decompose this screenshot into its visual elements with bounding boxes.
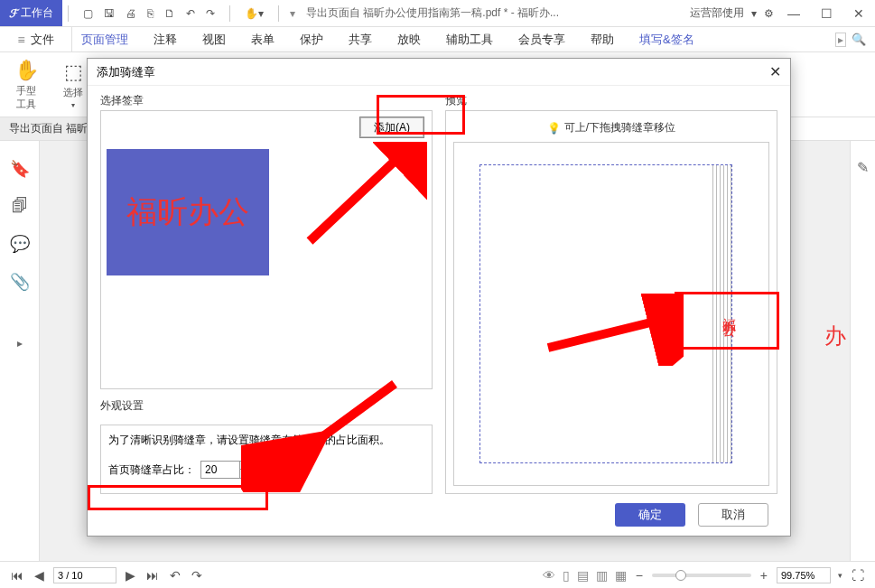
open-icon[interactable]: ▢	[83, 7, 93, 20]
cancel-button[interactable]: 取消	[698, 503, 768, 527]
dialog-right: 预览 💡 可上/下拖拽骑缝章移位 福昕办公	[445, 91, 777, 494]
preview-hint-text: 可上/下拖拽骑缝章移位	[564, 120, 675, 135]
save-icon[interactable]: 🖫	[104, 7, 115, 20]
preview-label: 预览	[445, 91, 777, 110]
tab-fill-sign[interactable]: 填写&签名	[639, 32, 694, 48]
comments-icon[interactable]: 💬	[10, 234, 30, 254]
preview-area[interactable]: 福昕办公	[453, 142, 769, 486]
appearance-hint: 为了清晰识别骑缝章，请设置骑缝章在第一页的占比面积。	[108, 433, 424, 448]
tab-annotate[interactable]: 注释	[154, 32, 177, 48]
separator	[229, 5, 230, 22]
dropdown-icon[interactable]: ▾	[284, 7, 301, 20]
hand-tool-label: 手型 工具	[16, 84, 36, 111]
minimize-icon[interactable]: —	[781, 6, 806, 21]
dialog-close-icon[interactable]: ✕	[769, 63, 781, 80]
spin-down-icon[interactable]: ▼	[240, 470, 253, 478]
hand-tool[interactable]: ✋ 手型 工具	[7, 59, 45, 111]
tab-form[interactable]: 表单	[251, 32, 275, 48]
zoom-slider[interactable]	[652, 574, 751, 577]
mini-stamp[interactable]: 福昕办公	[721, 307, 738, 314]
scroll-right-icon[interactable]: ▸	[835, 33, 846, 47]
attachments-icon[interactable]: 📎	[10, 272, 30, 292]
titlebar-right: 运营部使用 ▾ ⚙ — ☐ ✕	[690, 5, 875, 21]
next-view-icon[interactable]: ↷	[190, 568, 204, 583]
page-icon[interactable]: 🗋	[164, 7, 175, 20]
prev-view-icon[interactable]: ↶	[168, 568, 182, 583]
fullscreen-icon[interactable]: ⛶	[850, 568, 866, 583]
ok-button[interactable]: 确定	[615, 503, 685, 527]
ratio-spinner: ▲ ▼	[239, 462, 253, 478]
ratio-input[interactable]	[201, 462, 239, 478]
tab-protect[interactable]: 保护	[300, 32, 323, 48]
hand-tool-icon: ✋	[14, 59, 39, 82]
bulb-icon: 💡	[547, 122, 561, 135]
tab-page-manage[interactable]: 页面管理	[81, 32, 128, 48]
redo-icon[interactable]: ↷	[206, 7, 215, 20]
tab-share[interactable]: 共享	[349, 32, 372, 48]
hand-icon[interactable]: ✋▾	[245, 7, 264, 20]
pages-icon[interactable]: 🗐	[12, 197, 28, 216]
first-page-icon[interactable]: ⏮	[9, 568, 25, 583]
ribbon-end: ▸ 🔍	[835, 33, 875, 47]
continuous-icon[interactable]: ▤	[577, 568, 589, 583]
add-signature-button[interactable]: 添加(A)	[359, 117, 424, 138]
chevron-down-icon[interactable]: ▾	[751, 7, 757, 20]
edit-panel-icon[interactable]: ✎	[857, 159, 869, 176]
right-sidebar: ✎	[850, 141, 875, 561]
ribbon-tabs: 页面管理 注释 视图 表单 保护 共享 放映 辅助工具 会员专享 帮助 填写&签…	[72, 32, 694, 48]
dialog-left: 选择签章 添加(A) 福昕办公 外观设置 为了清晰识别骑缝章，请设置骑缝章在第一…	[100, 91, 433, 494]
select-signature-label: 选择签章	[100, 91, 433, 110]
ribbon: ≡ 文件 页面管理 注释 视图 表单 保护 共享 放映 辅助工具 会员专享 帮助…	[0, 27, 875, 52]
tab-tools[interactable]: 辅助工具	[446, 32, 493, 48]
facing-icon[interactable]: ▥	[596, 568, 608, 583]
close-icon[interactable]: ✕	[846, 6, 871, 21]
spin-up-icon[interactable]: ▲	[240, 462, 253, 470]
quick-toolbar-2: ✋▾	[236, 7, 273, 20]
page-stack	[479, 164, 732, 463]
appearance-label: 外观设置	[100, 397, 433, 415]
dept-label[interactable]: 运营部使用	[690, 5, 744, 21]
titlebar-left: ℱ 工作台 ▢ 🖫 🖨 ⎘ 🗋 ↶ ↷ ✋▾ ▾ 导出页面自 福昕办公使用指南第…	[0, 0, 559, 26]
dialog-footer: 确定 取消	[88, 494, 790, 536]
export-icon[interactable]: ⎘	[147, 7, 154, 20]
bookmark-icon[interactable]: 🔖	[10, 159, 30, 179]
search-icon[interactable]: 🔍	[852, 33, 866, 46]
read-mode-icon[interactable]: 👁	[543, 568, 555, 583]
workbench-tab[interactable]: ℱ 工作台	[0, 0, 62, 26]
status-bar: ⏮ ◀ ▶ ⏭ ↶ ↷ 👁 ▯ ▤ ▥ ▦ − + ▾ ⛶	[0, 561, 875, 588]
expand-icon[interactable]: ▸	[17, 337, 23, 350]
zoom-out-icon[interactable]: −	[634, 568, 645, 583]
settings-icon[interactable]: ⚙	[764, 7, 774, 20]
add-seal-dialog: 添加骑缝章 ✕ 选择签章 添加(A) 福昕办公 外观设置 为了清晰识别骑缝章，请…	[87, 58, 791, 537]
undo-icon[interactable]: ↶	[186, 7, 195, 20]
view-icons: 👁 ▯ ▤ ▥ ▦	[543, 568, 627, 583]
ratio-row: 首页骑缝章占比： ▲ ▼	[108, 461, 424, 479]
zoom-handle[interactable]	[675, 570, 686, 581]
page-content-text: 办	[824, 322, 846, 350]
zoom-in-icon[interactable]: +	[759, 568, 769, 583]
facing-cont-icon[interactable]: ▦	[615, 568, 627, 583]
last-page-icon[interactable]: ⏭	[144, 568, 161, 583]
maximize-icon[interactable]: ☐	[814, 6, 839, 21]
dialog-title: 添加骑缝章	[97, 64, 155, 80]
prev-page-icon[interactable]: ◀	[33, 568, 46, 583]
separator	[278, 5, 279, 22]
tab-help[interactable]: 帮助	[591, 32, 614, 48]
tab-present[interactable]: 放映	[397, 32, 421, 48]
page-input[interactable]	[53, 567, 116, 583]
zoom-input[interactable]	[777, 567, 831, 583]
doc-tab[interactable]: 导出页面自 福昕	[0, 117, 98, 140]
chevron-down-icon[interactable]: ▾	[838, 571, 842, 580]
tab-member[interactable]: 会员专享	[518, 32, 565, 48]
quick-toolbar: ▢ 🖫 🖨 ⎘ 🗋 ↶ ↷	[74, 7, 224, 20]
tab-view[interactable]: 视图	[202, 32, 226, 48]
titlebar: ℱ 工作台 ▢ 🖫 🖨 ⎘ 🗋 ↶ ↷ ✋▾ ▾ 导出页面自 福昕办公使用指南第…	[0, 0, 875, 27]
sheet	[679, 165, 713, 462]
print-icon[interactable]: 🖨	[126, 7, 136, 20]
select-tool-label: 选择	[63, 86, 83, 99]
single-page-icon[interactable]: ▯	[563, 568, 570, 583]
stamp-preview[interactable]: 福昕办公	[107, 149, 269, 275]
ratio-label: 首页骑缝章占比：	[108, 462, 195, 478]
file-tab[interactable]: ≡ 文件	[0, 27, 72, 51]
next-page-icon[interactable]: ▶	[124, 568, 137, 583]
